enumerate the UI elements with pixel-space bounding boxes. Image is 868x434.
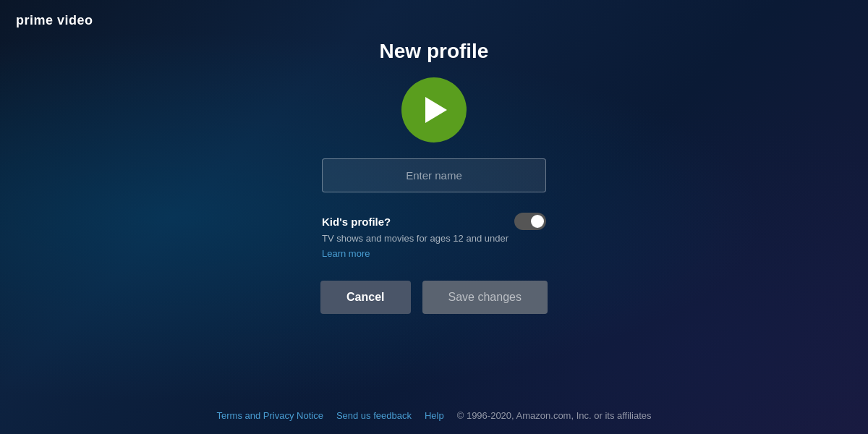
page-title: New profile (380, 40, 489, 63)
kids-profile-label: Kid's profile? (322, 216, 391, 228)
profile-name-input[interactable] (322, 158, 546, 192)
toggle-track (514, 213, 546, 230)
kids-profile-toggle[interactable] (514, 213, 546, 230)
save-changes-button[interactable]: Save changes (422, 281, 548, 314)
play-icon (425, 97, 447, 123)
main-content: New profile Kid's profile? TV shows and … (0, 40, 868, 314)
help-link[interactable]: Help (425, 410, 444, 421)
learn-more-link[interactable]: Learn more (322, 248, 370, 259)
footer: Terms and Privacy Notice Send us feedbac… (217, 410, 652, 421)
cancel-button[interactable]: Cancel (320, 281, 410, 314)
toggle-thumb (531, 215, 544, 228)
terms-privacy-link[interactable]: Terms and Privacy Notice (217, 410, 323, 421)
action-buttons: Cancel Save changes (320, 281, 548, 314)
copyright-text: © 1996-2020, Amazon.com, Inc. or its aff… (457, 410, 652, 421)
send-feedback-link[interactable]: Send us feedback (336, 410, 412, 421)
kids-profile-description: TV shows and movies for ages 12 and unde… (322, 233, 509, 244)
kids-profile-row: Kid's profile? (322, 213, 546, 230)
kids-profile-section: Kid's profile? TV shows and movies for a… (322, 213, 546, 259)
avatar-icon[interactable] (401, 77, 467, 142)
prime-video-logo: prime video (16, 13, 93, 28)
